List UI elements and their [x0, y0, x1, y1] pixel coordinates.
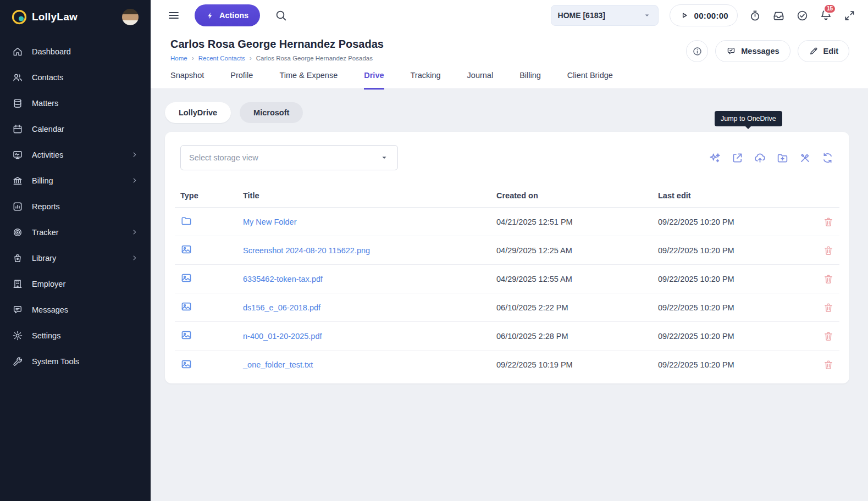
sidebar-item-label: Employer [32, 280, 65, 288]
tab-profile[interactable]: Profile [230, 71, 253, 90]
created-on: 04/29/2025 12:25 AM [496, 246, 658, 255]
created-on: 04/21/2025 12:51 PM [496, 218, 658, 226]
sidebar-item-label: Messages [32, 305, 68, 314]
created-on: 06/10/2025 2:22 PM [496, 303, 658, 312]
tab-journal[interactable]: Journal [467, 71, 494, 90]
trash-icon [823, 245, 834, 256]
bank-icon [12, 175, 23, 186]
sidebar-item-calendar[interactable]: Calendar [0, 116, 151, 142]
timer-value: 00:00:00 [694, 11, 728, 20]
location-select-value: HOME [6183] [558, 11, 605, 20]
messages-button[interactable]: Messages [715, 40, 790, 62]
file-link[interactable]: 6335462-token-tax.pdf [243, 275, 496, 283]
fullscreen-icon[interactable] [843, 9, 856, 22]
cloud-upload-icon[interactable] [754, 152, 766, 164]
search-icon[interactable] [274, 9, 288, 22]
delete-file-button[interactable] [814, 245, 834, 256]
view-pill-microsoft[interactable]: Microsoft [240, 102, 303, 123]
tools-icon[interactable] [799, 152, 811, 164]
actions-button[interactable]: Actions [195, 4, 260, 26]
sidebar-item-library[interactable]: Library [0, 245, 151, 271]
sidebar-item-billing[interactable]: Billing [0, 168, 151, 193]
sidebar-item-settings[interactable]: Settings [0, 322, 151, 348]
image-icon [180, 300, 192, 313]
trash-icon [823, 302, 834, 313]
inbox-icon[interactable] [772, 9, 785, 22]
sidebar-item-dashboard[interactable]: Dashboard [0, 38, 151, 64]
sidebar-item-contacts[interactable]: Contacts [0, 64, 151, 90]
image-icon [180, 329, 192, 341]
tab-client-bridge[interactable]: Client Bridge [567, 71, 613, 90]
sidebar-item-employer[interactable]: Employer [0, 271, 151, 297]
sidebar-item-reports[interactable]: Reports [0, 193, 151, 219]
file-link[interactable]: Screenshot 2024-08-20 115622.png [243, 246, 496, 255]
calendar-icon [12, 124, 23, 135]
sidebar-header: LollyLaw [0, 9, 151, 32]
sidebar-item-label: Tracker [32, 228, 59, 237]
sidebar-item-activities[interactable]: Activities [0, 142, 151, 168]
last-edit: 09/22/2025 10:20 PM [658, 360, 814, 369]
tab-time-expense[interactable]: Time & Expense [279, 71, 338, 90]
stopwatch-icon[interactable] [749, 9, 761, 22]
bar-chart-icon [12, 201, 23, 212]
file-link[interactable]: n-400_01-20-2025.pdf [243, 332, 496, 341]
tab-drive[interactable]: Drive [364, 71, 384, 90]
sidebar-nav: Dashboard Contacts Matters Calendar Acti… [0, 38, 151, 374]
lollylaw-logo-icon [11, 9, 27, 25]
check-circle-icon[interactable] [796, 9, 809, 22]
drive-content: LollyDrive Microsoft Jump to OneDrive Se… [151, 89, 868, 501]
view-pill-lollydrive[interactable]: LollyDrive [165, 102, 231, 123]
last-edit: 09/22/2025 10:20 PM [658, 275, 814, 283]
hamburger-menu-icon[interactable] [167, 9, 180, 22]
refresh-icon[interactable] [821, 152, 834, 164]
onedrive-tooltip: Jump to OneDrive [715, 111, 782, 126]
open-in-onedrive-icon[interactable] [731, 152, 744, 164]
breadcrumb-recent-contacts[interactable]: Recent Contacts [198, 55, 245, 62]
trash-icon [823, 274, 834, 285]
edit-button-label: Edit [823, 47, 838, 55]
gear-icon [12, 330, 23, 341]
notifications-bell[interactable]: 15 [820, 8, 832, 23]
page-header: Carlos Rosa George Hernandez Posadas Hom… [151, 31, 868, 62]
user-avatar[interactable] [122, 9, 139, 25]
file-link[interactable]: ds156_e_06-2018.pdf [243, 303, 496, 312]
delete-file-button[interactable] [814, 302, 834, 313]
table-row: _one_folder_test.txt 09/22/2025 10:19 PM… [175, 350, 839, 379]
delete-file-button[interactable] [814, 274, 834, 285]
trash-icon [823, 216, 834, 227]
breadcrumb-home[interactable]: Home [170, 55, 187, 62]
tab-billing[interactable]: Billing [519, 71, 541, 90]
location-select[interactable]: HOME [6183] [551, 5, 659, 26]
folder-icon [180, 215, 192, 227]
sidebar-item-tracker[interactable]: Tracker [0, 219, 151, 245]
play-icon[interactable] [679, 10, 690, 21]
sidebar-item-label: Library [32, 254, 56, 263]
delete-file-button[interactable] [814, 359, 834, 370]
timer-widget[interactable]: 00:00:00 [670, 4, 738, 26]
lollylaw-logo[interactable]: LollyLaw [11, 9, 78, 25]
last-edit: 09/22/2025 10:20 PM [658, 246, 814, 255]
edit-button[interactable]: Edit [798, 40, 849, 62]
file-link[interactable]: _one_folder_test.txt [243, 360, 496, 369]
delete-file-button[interactable] [814, 216, 834, 227]
tab-tracking[interactable]: Tracking [411, 71, 441, 90]
delete-file-button[interactable] [814, 331, 834, 342]
storage-view-select[interactable]: Select storage view [180, 145, 398, 170]
ai-sparkles-icon[interactable] [709, 152, 721, 164]
last-edit: 09/22/2025 10:20 PM [658, 303, 814, 312]
trash-icon [823, 359, 834, 370]
tab-snapshot[interactable]: Snapshot [170, 71, 204, 90]
caret-down-icon [379, 153, 389, 163]
sidebar-item-label: Contacts [32, 73, 63, 82]
home-icon [12, 46, 23, 57]
file-link[interactable]: My New Folder [243, 218, 496, 226]
new-folder-icon[interactable] [776, 152, 789, 164]
sidebar-item-label: Calendar [32, 125, 64, 133]
message-bubble-icon [726, 46, 736, 56]
created-on: 06/10/2025 2:28 PM [496, 332, 658, 341]
sidebar-item-matters[interactable]: Matters [0, 90, 151, 116]
sidebar-item-messages[interactable]: Messages [0, 297, 151, 322]
info-button[interactable] [686, 40, 708, 62]
image-icon [180, 243, 192, 255]
sidebar-item-system-tools[interactable]: System Tools [0, 348, 151, 374]
